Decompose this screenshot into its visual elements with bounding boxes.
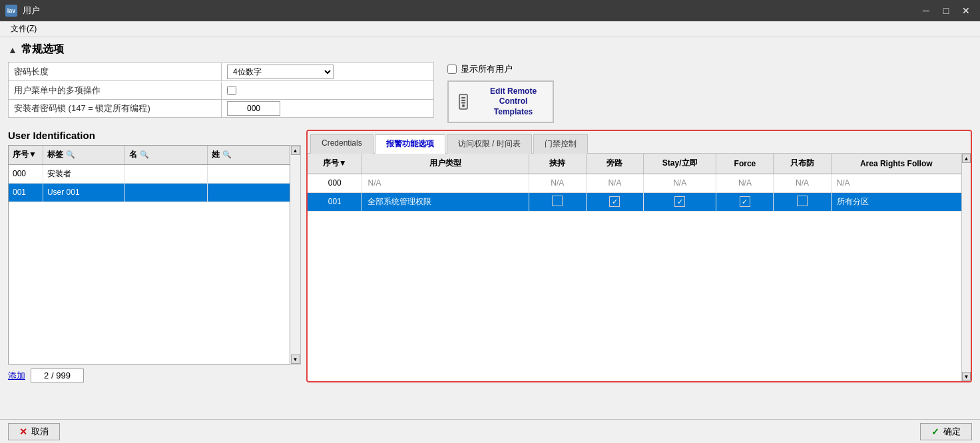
col-force: Force [716, 154, 774, 174]
general-options-title: 常规选项 [21, 43, 64, 57]
alarm-bypass-cell[interactable] [586, 192, 643, 211]
svg-rect-3 [461, 100, 465, 101]
col-user-type: 用户类型 [362, 154, 529, 174]
alarm-usertype-cell: 全部系统管理权限 [362, 192, 529, 211]
user-id-title: User Identification [8, 130, 301, 141]
col-area-rights: Area Rights Follow [831, 154, 961, 174]
alarm-stay-cell[interactable] [643, 192, 716, 211]
right-panel-body: 序号▼ 用户类型 挟持 旁路 [308, 154, 971, 381]
option-label-password: 密码长度 [9, 63, 222, 80]
menu-file[interactable]: 文件(Z) [5, 22, 42, 36]
tabs-bar: Credentials 报警功能选项 访问权限 / 时间表 门禁控制 [308, 131, 971, 154]
option-label-multi: 用户菜单中的多项操作 [9, 82, 222, 99]
user-id-cell: 001 [9, 183, 43, 202]
window-title: 用户 [23, 5, 40, 17]
scroll-down-btn[interactable]: ▼ [291, 355, 300, 364]
alarm-id-cell: 000 [308, 174, 362, 192]
confirm-icon: ✓ [931, 426, 939, 437]
alarm-usertype-cell: N/A [362, 174, 529, 192]
option-value-password: 4位数字 6位数字 8位数字 [222, 62, 433, 82]
right-scrollbar: ▲ ▼ [961, 154, 971, 381]
force-checkbox[interactable] [740, 196, 750, 207]
user-lastname-cell [207, 164, 290, 183]
user-tag-cell: User 001 [43, 183, 125, 202]
user-table-scrollbar: ▲ ▼ [290, 145, 301, 365]
option-row-multi: 用户菜单中的多项操作 [8, 80, 434, 99]
alarm-area-cell: N/A [831, 174, 961, 192]
col-name: 名 🔍 [125, 146, 208, 164]
col-id: 序号▼ [9, 146, 43, 164]
option-value-installer [222, 98, 433, 118]
edit-remote-label: Edit Remote ControlTemplates [479, 86, 547, 118]
scroll-up-btn[interactable]: ▲ [291, 146, 300, 155]
maximize-button[interactable]: □ [937, 4, 955, 17]
options-right: 显示所有用户 Edit Remote ControlTemplates [447, 62, 972, 123]
show-all-users-label: 显示所有用户 [461, 63, 513, 75]
installer-password-input[interactable] [227, 101, 280, 116]
user-count: 2 / 999 [31, 369, 84, 382]
title-bar-controls: ─ □ ✕ [917, 4, 975, 17]
section-toggle[interactable]: ▲ [8, 45, 17, 55]
user-table: 序号▼ 标签 🔍 [9, 146, 290, 202]
add-row: 添加 2 / 999 [8, 369, 301, 382]
user-tag-cell: 安装者 [43, 164, 125, 183]
name-search-icon[interactable]: 🔍 [140, 150, 149, 159]
col-tag: 标签 🔍 [43, 146, 125, 164]
alarm-duress-cell: N/A [529, 174, 586, 192]
bypass-checkbox[interactable] [609, 196, 620, 207]
user-id-cell: 000 [9, 164, 43, 183]
alarm-table: 序号▼ 用户类型 挟持 旁路 [308, 154, 961, 212]
col-bypass: 旁路 [586, 154, 643, 174]
minimize-button[interactable]: ─ [917, 4, 935, 17]
lastname-search-icon[interactable]: 🔍 [222, 150, 232, 159]
alarm-armonly-cell[interactable] [774, 192, 831, 211]
alarm-stay-cell: N/A [643, 174, 716, 192]
col-arm-only: 只布防 [774, 154, 831, 174]
user-table-row[interactable]: 000 安装者 [9, 164, 290, 183]
user-name-cell [125, 183, 208, 202]
tab-access-rights[interactable]: 访问权限 / 时间表 [447, 134, 532, 154]
col-alarm-id: 序号▼ [308, 154, 362, 174]
option-row-installer: 安装者密码锁 (147 = 锁定所有编程) [8, 99, 434, 118]
alarm-table-header: 序号▼ 用户类型 挟持 旁路 [308, 154, 961, 174]
general-options: 密码长度 4位数字 6位数字 8位数字 用户菜单中的多项操作 [8, 62, 972, 123]
alarm-table-row[interactable]: 001 全部系统管理权限 [308, 192, 961, 211]
tab-access-control[interactable]: 门禁控制 [533, 134, 588, 154]
alarm-id-cell: 001 [308, 192, 362, 211]
option-label-installer: 安装者密码锁 (147 = 锁定所有编程) [9, 100, 222, 117]
close-button[interactable]: ✕ [957, 4, 975, 17]
tab-credentials[interactable]: Credentials [310, 134, 373, 154]
option-row-password: 密码长度 4位数字 6位数字 8位数字 [8, 62, 434, 80]
section-header: ▲ 常规选项 [8, 43, 972, 57]
alarm-duress-cell[interactable] [529, 192, 586, 211]
armonly-checkbox[interactable] [797, 196, 808, 206]
user-name-cell [125, 164, 208, 183]
tag-search-icon[interactable]: 🔍 [66, 150, 75, 159]
edit-remote-button[interactable]: Edit Remote ControlTemplates [447, 80, 554, 123]
duress-checkbox[interactable] [552, 196, 563, 206]
alarm-table-row[interactable]: 000 N/A N/A N/A N/A N/A N/A N/A [308, 174, 961, 192]
scrollbar-bottom-btn[interactable]: ▼ [962, 372, 971, 381]
cancel-button[interactable]: ✕ 取消 [8, 423, 60, 440]
lower-section: User Identification 序号▼ [8, 130, 972, 382]
user-table-row[interactable]: 001 User 001 [9, 183, 290, 202]
password-length-select[interactable]: 4位数字 6位数字 8位数字 [227, 65, 334, 79]
alarm-force-cell[interactable] [716, 192, 774, 211]
tab-alarm-options[interactable]: 报警功能选项 [375, 134, 445, 154]
option-value-multi [222, 83, 433, 98]
cancel-icon: ✕ [19, 426, 27, 437]
confirm-button[interactable]: ✓ 确定 [920, 423, 972, 440]
alarm-bypass-cell: N/A [586, 174, 643, 192]
multi-op-checkbox[interactable] [227, 86, 236, 95]
stay-checkbox[interactable] [674, 196, 685, 207]
scrollbar-top-btn[interactable]: ▲ [962, 154, 971, 163]
alarm-area-cell: 所有分区 [831, 192, 961, 211]
add-link[interactable]: 添加 [8, 370, 25, 382]
user-lastname-cell [207, 183, 290, 202]
alarm-force-cell: N/A [716, 174, 774, 192]
show-all-users-checkbox[interactable] [447, 65, 457, 74]
cancel-label: 取消 [31, 426, 49, 438]
right-panel: Credentials 报警功能选项 访问权限 / 时间表 门禁控制 序号▼ [306, 130, 972, 382]
show-all-users: 显示所有用户 [447, 63, 972, 75]
col-lastname: 姓 🔍 [207, 146, 290, 164]
